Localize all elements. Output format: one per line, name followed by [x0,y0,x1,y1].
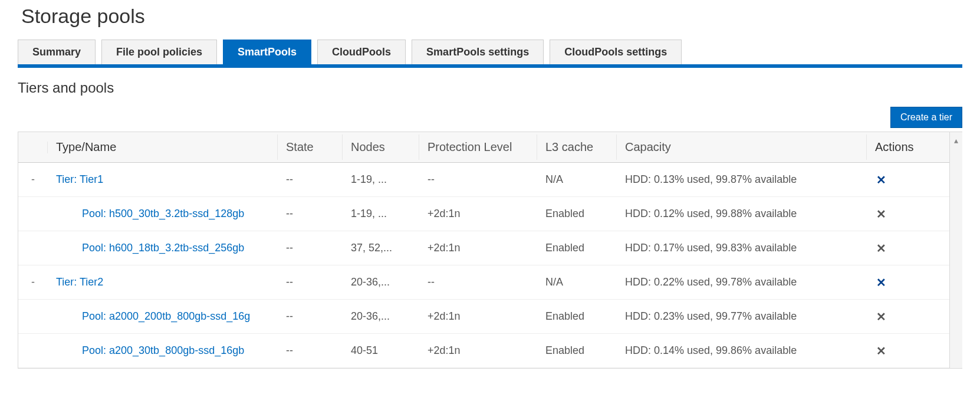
expand-toggle [18,345,48,357]
cell-actions: ✕ [867,304,949,330]
pool-row: Pool: a200_30tb_800gb-ssd_16gb--40-51+2d… [18,334,949,368]
cell-actions: ✕ [867,235,949,261]
cell-l3-cache: Enabled [537,304,617,329]
tiers-pools-table: Type/Name State Nodes Protection Level L… [18,132,962,369]
tab-summary[interactable]: Summary [18,40,96,64]
col-header-l3-cache[interactable]: L3 cache [537,134,617,160]
cell-l3-cache: Enabled [537,339,617,363]
cell-actions: ✕ [867,270,949,296]
section-title: Tiers and pools [18,80,962,96]
cell-nodes: 20-36,... [343,270,419,294]
pool-link[interactable]: Pool: a200_30tb_800gb-ssd_16gb [82,344,244,356]
cell-capacity: HDD: 0.17% used, 99.83% available [617,236,867,260]
toolbar: Create a tier [18,107,962,128]
cell-capacity: HDD: 0.12% used, 99.88% available [617,202,867,226]
cell-capacity: HDD: 0.22% used, 99.78% available [617,270,867,294]
delete-icon[interactable]: ✕ [875,310,887,324]
cell-protection: -- [419,270,537,294]
pool-row: Pool: a2000_200tb_800gb-ssd_16g--20-36,.… [18,300,949,334]
expand-toggle[interactable]: - [18,270,48,294]
col-header-type-name[interactable]: Type/Name [48,134,278,160]
col-header-state[interactable]: State [278,134,343,160]
cell-capacity: HDD: 0.13% used, 99.87% available [617,168,867,192]
cell-state: -- [278,168,343,192]
cell-nodes: 40-51 [343,339,419,363]
delete-icon[interactable]: ✕ [875,275,887,290]
tab-cloudpools-settings[interactable]: CloudPools settings [550,40,682,64]
cell-protection: +2d:1n [419,304,537,329]
vertical-scrollbar[interactable]: ▴ [949,132,962,368]
pool-row: Pool: h600_18tb_3.2tb-ssd_256gb--37, 52,… [18,231,949,265]
col-header-actions: Actions [867,134,949,160]
cell-actions: ✕ [867,201,949,227]
tier-link[interactable]: Tier: Tier1 [56,173,103,185]
col-header-capacity[interactable]: Capacity [617,134,867,160]
col-header-expand [18,142,48,153]
delete-icon[interactable]: ✕ [875,173,887,187]
col-header-nodes[interactable]: Nodes [343,134,419,160]
expand-toggle[interactable]: - [18,168,48,192]
expand-toggle [18,311,48,323]
pool-link[interactable]: Pool: h500_30tb_3.2tb-ssd_128gb [82,208,244,219]
tier-row: -Tier: Tier2--20-36,...--N/AHDD: 0.22% u… [18,265,949,300]
delete-icon[interactable]: ✕ [875,207,887,221]
expand-toggle [18,208,48,220]
cell-state: -- [278,339,343,363]
cell-nodes: 37, 52,... [343,236,419,260]
tier-row: -Tier: Tier1--1-19, ...--N/AHDD: 0.13% u… [18,163,949,197]
cell-state: -- [278,202,343,226]
cell-l3-cache: N/A [537,270,617,294]
tab-file-pool-policies[interactable]: File pool policies [101,40,217,64]
cell-protection: +2d:1n [419,202,537,226]
cell-nodes: 20-36,... [343,304,419,329]
cell-protection: +2d:1n [419,236,537,260]
pool-link[interactable]: Pool: h600_18tb_3.2tb-ssd_256gb [82,242,244,254]
tab-cloudpools[interactable]: CloudPools [317,40,406,64]
tier-link[interactable]: Tier: Tier2 [56,276,103,288]
pool-row: Pool: h500_30tb_3.2tb-ssd_128gb--1-19, .… [18,197,949,231]
table-header-row: Type/Name State Nodes Protection Level L… [18,132,949,163]
cell-protection: +2d:1n [419,339,537,363]
cell-protection: -- [419,168,537,192]
tab-smartpools[interactable]: SmartPools [223,40,311,64]
create-tier-button[interactable]: Create a tier [890,107,962,128]
expand-toggle [18,242,48,254]
cell-state: -- [278,304,343,329]
cell-state: -- [278,236,343,260]
cell-nodes: 1-19, ... [343,168,419,192]
cell-l3-cache: Enabled [537,236,617,260]
cell-capacity: HDD: 0.14% used, 99.86% available [617,339,867,363]
cell-actions: ✕ [867,167,949,193]
tab-smartpools-settings[interactable]: SmartPools settings [412,40,544,64]
cell-l3-cache: Enabled [537,202,617,226]
delete-icon[interactable]: ✕ [875,344,887,358]
cell-nodes: 1-19, ... [343,202,419,226]
pool-link[interactable]: Pool: a2000_200tb_800gb-ssd_16g [82,310,250,322]
scroll-up-icon[interactable]: ▴ [950,136,962,145]
tabs-bar: SummaryFile pool policiesSmartPoolsCloud… [18,40,962,68]
cell-capacity: HDD: 0.23% used, 99.77% available [617,304,867,329]
page-title: Storage pools [21,5,962,28]
cell-l3-cache: N/A [537,168,617,192]
cell-actions: ✕ [867,338,949,364]
delete-icon[interactable]: ✕ [875,241,887,255]
col-header-protection[interactable]: Protection Level [419,134,537,160]
cell-state: -- [278,270,343,294]
